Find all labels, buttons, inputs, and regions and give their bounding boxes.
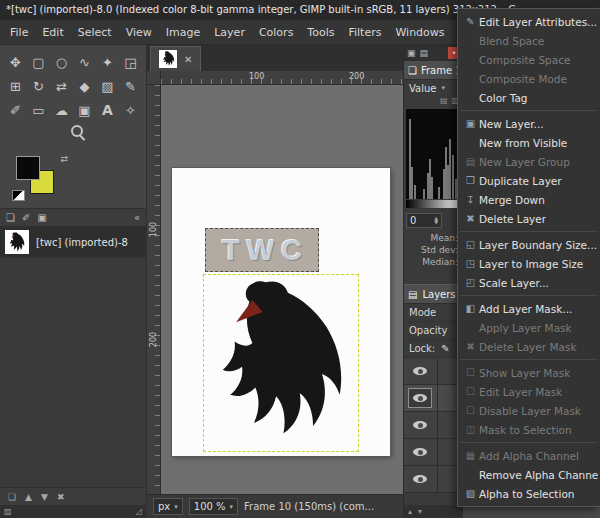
- zoom-value: 100 %: [194, 501, 226, 512]
- dock-button-1[interactable]: ❏: [8, 492, 16, 502]
- menu-item-edit-layer-attributes[interactable]: ✎ Edit Layer Attributes...: [458, 12, 600, 31]
- tool-bucket-fill[interactable]: ◆: [73, 75, 96, 97]
- menu-colors[interactable]: Colors: [252, 26, 300, 39]
- menu-item-new-layer[interactable]: ▣ New Layer...: [458, 114, 600, 133]
- tool-airbrush[interactable]: ☁: [50, 99, 73, 121]
- menu-item-layer-boundary-size[interactable]: ◱ Layer Boundary Size...: [458, 235, 600, 254]
- menu-windows[interactable]: Windows: [388, 26, 451, 39]
- image-list-item[interactable]: [twc] (imported)-8: [0, 227, 146, 258]
- layer-row-4[interactable]: [404, 439, 463, 466]
- boundary-size-icon: ◱: [462, 239, 479, 250]
- dock-tab-icon-2[interactable]: ✐: [22, 212, 30, 223]
- menu-file[interactable]: File: [3, 26, 35, 39]
- mode-label: Mode: [409, 307, 436, 318]
- menu-item-alpha-to-selection[interactable]: ▧ Alpha to Selection: [458, 484, 600, 503]
- dock-tab-icon-3[interactable]: ▣: [37, 212, 46, 223]
- histogram-channel-select[interactable]: Value ▾: [404, 80, 463, 96]
- dock-bottom-icon-2[interactable]: ▾: [418, 507, 422, 516]
- layer-mode-row[interactable]: Mode: [404, 304, 463, 322]
- horizontal-ruler[interactable]: 100 200: [161, 71, 403, 85]
- menu-item-new-from-visible[interactable]: New from Visible: [458, 133, 600, 152]
- visibility-toggle[interactable]: [409, 443, 431, 461]
- zoom-select[interactable]: 100 % ▾: [189, 498, 238, 515]
- layer-row-3[interactable]: [404, 412, 463, 439]
- layer-opacity-row[interactable]: Opacity: [404, 322, 463, 340]
- foreground-color-swatch[interactable]: [16, 156, 40, 180]
- dock-button-4[interactable]: ✖: [57, 492, 65, 502]
- layer-row-2-active[interactable]: [404, 385, 463, 412]
- tool-color-picker[interactable]: ✧: [119, 99, 142, 121]
- zoom-icon: [71, 125, 85, 139]
- menu-item-color-tag[interactable]: Color Tag: [458, 88, 600, 107]
- tool-paintbrush[interactable]: ✐: [4, 99, 27, 121]
- image-canvas[interactable]: TWC: [172, 168, 390, 456]
- tool-text[interactable]: A: [96, 99, 119, 121]
- tool-clone[interactable]: ▣: [73, 99, 96, 121]
- menu-filters[interactable]: Filters: [341, 26, 388, 39]
- tool-move[interactable]: ✥: [4, 51, 27, 73]
- menu-edit[interactable]: Edit: [35, 26, 70, 39]
- tool-fuzzy-select[interactable]: ✦: [96, 51, 119, 73]
- tool-gradient[interactable]: ▨: [96, 75, 119, 97]
- visibility-toggle[interactable]: [409, 389, 431, 407]
- menu-item-remove-alpha-channel[interactable]: Remove Alpha Channel: [458, 465, 600, 484]
- visibility-toggle[interactable]: [409, 362, 431, 380]
- histogram-linear-icon[interactable]: ▤: [440, 96, 448, 108]
- menu-item-delete-layer-mask: ✖ Delete Layer Mask: [458, 337, 600, 356]
- spinner-arrows[interactable]: ▲▼: [434, 216, 438, 224]
- tool-free-select[interactable]: ∿: [73, 51, 96, 73]
- layer-row-5[interactable]: [404, 466, 463, 493]
- tool-crop[interactable]: ◲: [119, 51, 142, 73]
- close-tab-icon[interactable]: ✕: [184, 54, 192, 65]
- visibility-toggle[interactable]: [409, 416, 431, 434]
- menu-item-layer-to-image-size[interactable]: ◳ Layer to Image Size: [458, 254, 600, 273]
- canvas-area: ✕ 100 200 100 200 TWC px: [147, 45, 403, 518]
- menu-tools[interactable]: Tools: [300, 26, 341, 39]
- menu-item-delete-layer[interactable]: ✖ Delete Layer: [458, 209, 600, 228]
- unit-select[interactable]: px ▾: [153, 498, 183, 515]
- menu-item-duplicate-layer[interactable]: ❐ Duplicate Layer: [458, 171, 600, 190]
- tool-unified-transform[interactable]: ⊞: [4, 75, 27, 97]
- visibility-toggle[interactable]: [409, 470, 431, 488]
- ruler-h-label-100: 100: [249, 72, 264, 81]
- tool-flip[interactable]: ⇄: [50, 75, 73, 97]
- menu-layer[interactable]: Layer: [207, 26, 252, 39]
- tool-rectangle-select[interactable]: ▢: [27, 51, 50, 73]
- dock-bottom-icon-1[interactable]: ▴: [408, 507, 412, 516]
- selection-marquee[interactable]: [203, 274, 359, 452]
- dock-tab-icon-a[interactable]: ▣: [407, 48, 416, 58]
- tool-ellipse-select[interactable]: ○: [50, 51, 73, 73]
- vertical-ruler[interactable]: 100 200: [147, 85, 161, 494]
- stat-median-label: Median:: [422, 257, 458, 267]
- default-colors-icon[interactable]: [12, 190, 25, 201]
- tool-pencil[interactable]: ✎: [119, 75, 142, 97]
- menu-item-scale-layer[interactable]: ◰ Scale Layer...: [458, 273, 600, 292]
- tool-eraser[interactable]: ▭: [27, 99, 50, 121]
- swap-colors-icon[interactable]: ⇄: [60, 154, 68, 164]
- text-layer-twc[interactable]: TWC: [205, 228, 319, 272]
- dock-tab-icon-1[interactable]: ❏: [6, 212, 15, 223]
- menu-select[interactable]: Select: [71, 26, 119, 39]
- tool-zoom[interactable]: [10, 124, 146, 140]
- ruler-corner[interactable]: [147, 71, 161, 85]
- menu-view[interactable]: View: [119, 26, 159, 39]
- tool-rotate[interactable]: ↻: [27, 75, 50, 97]
- unit-value: px: [158, 501, 170, 512]
- dock-collapse-icon[interactable]: «: [134, 212, 140, 223]
- dock-button-2[interactable]: ▲: [25, 492, 32, 502]
- corner-icon-left: ▨: [4, 507, 12, 516]
- menu-item-add-layer-mask[interactable]: ◧ Add Layer Mask...: [458, 299, 600, 318]
- layers-tab[interactable]: ▤ Layers: [404, 284, 463, 304]
- image-tab[interactable]: ✕: [150, 46, 201, 71]
- lock-pencil-icon[interactable]: ✎: [441, 343, 449, 354]
- frame-tab[interactable]: ❏ Frame 10: [404, 61, 463, 80]
- dock-tab-icon-b[interactable]: ▤: [420, 48, 429, 58]
- canvas-viewport[interactable]: TWC: [161, 85, 403, 494]
- layer-row-1[interactable]: [404, 358, 463, 385]
- lock-label: Lock:: [409, 343, 435, 354]
- menu-item-merge-down[interactable]: ↧ Merge Down: [458, 190, 600, 209]
- menu-image[interactable]: Image: [159, 26, 207, 39]
- corner-icon-right[interactable]: ◿: [136, 507, 142, 516]
- histogram-low-spinner[interactable]: 0 ▲▼: [406, 213, 442, 228]
- dock-button-3[interactable]: ▼: [41, 492, 48, 502]
